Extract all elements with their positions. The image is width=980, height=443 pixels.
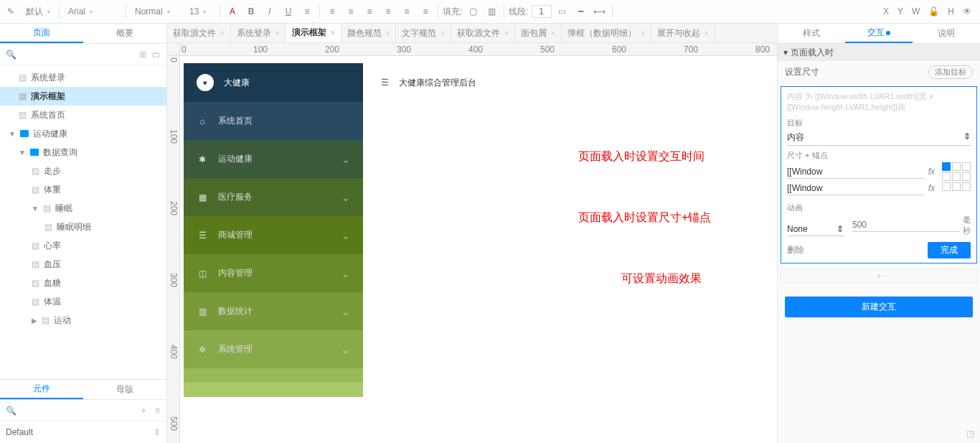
align-center-icon[interactable]: ≡ [343, 4, 359, 19]
fill-color-icon[interactable]: ▢ [465, 4, 481, 19]
document-tab[interactable]: 获取源文件× [451, 24, 515, 42]
animation-select[interactable]: None⇕ [787, 223, 844, 236]
width-input[interactable] [787, 165, 924, 179]
close-icon[interactable]: × [386, 29, 390, 37]
prototype-topbar: ☰ 大健康综合管理后台 [381, 63, 476, 102]
page-tree: ▤系统登录▤演示框架▤系统首页▼运动健康▼数据查询▤走步▤体重▼▤睡眠▤睡眠明细… [0, 65, 166, 379]
document-tab[interactable]: 展开与收起× [651, 24, 715, 42]
line-color-icon[interactable]: ▭ [555, 4, 570, 19]
document-tab[interactable]: 文字规范× [396, 24, 451, 42]
done-button[interactable]: 完成 [928, 242, 971, 258]
format-painter-icon[interactable]: ✎ [3, 4, 19, 19]
document-tab[interactable]: 颜色规范× [341, 24, 397, 42]
fx-height-icon[interactable]: fx [928, 183, 935, 193]
align-right-icon[interactable]: ≡ [362, 4, 377, 19]
line-label: 线段: [509, 6, 528, 18]
tree-item[interactable]: ▤演示框架 [0, 87, 166, 106]
height-input[interactable] [787, 182, 924, 195]
align-middle-icon[interactable]: ≡ [399, 4, 415, 19]
tree-item[interactable]: ▤系统登录 [0, 68, 166, 87]
add-page-icon[interactable]: ⊞ [139, 50, 146, 60]
tree-item[interactable]: ▤血压 [0, 255, 166, 274]
add-case-button[interactable]: + [781, 269, 977, 284]
close-icon[interactable]: × [220, 29, 225, 37]
tree-item[interactable]: ▤系统首页 [0, 106, 166, 124]
page-search-input[interactable] [22, 50, 133, 60]
close-icon[interactable]: × [705, 29, 709, 37]
tab-notes[interactable]: 说明 [913, 24, 980, 43]
new-interaction-button[interactable]: 新建交互 [785, 297, 973, 317]
close-icon[interactable]: × [440, 29, 445, 37]
align-left-icon[interactable]: ≡ [324, 4, 340, 19]
arrow-icon[interactable]: ⟷ [592, 4, 608, 19]
tree-item[interactable]: ▤体重 [0, 180, 166, 199]
tree-item[interactable]: ▤体温 [0, 292, 166, 311]
add-folder-icon[interactable]: 🗀 [152, 50, 161, 60]
library-menu-icon[interactable]: ≡ [155, 406, 160, 416]
close-icon[interactable]: × [551, 29, 555, 37]
delete-action-button[interactable]: 删除 [787, 244, 804, 256]
tree-item[interactable]: ▤走步 [0, 162, 166, 180]
document-tab[interactable]: 获取源文件× [167, 24, 231, 42]
tab-interactions[interactable]: 交互 [845, 24, 913, 43]
tree-item[interactable]: ▶▤运动 [0, 311, 166, 330]
close-icon[interactable]: × [504, 29, 509, 37]
line-style-icon[interactable]: ━ [573, 4, 589, 19]
font-size-dropdown[interactable]: 13▾ [185, 3, 215, 20]
close-icon[interactable]: × [275, 29, 280, 37]
proto-nav-item: ✱运动健康⌄ [184, 140, 363, 178]
w-label: W [912, 6, 920, 17]
font-color-icon[interactable]: A [225, 4, 240, 19]
font-family-dropdown[interactable]: Arial▾ [64, 3, 121, 20]
close-icon[interactable]: × [641, 29, 645, 37]
proto-nav-item: ▥数据统计⌄ [184, 292, 363, 330]
panel-detach-icon[interactable]: ◳ [966, 429, 974, 439]
tab-widgets[interactable]: 元件 [0, 380, 83, 399]
tree-item[interactable]: ▤睡眠明细 [0, 218, 166, 236]
tab-style[interactable]: 样式 [778, 24, 845, 43]
fill-image-icon[interactable]: ▥ [484, 4, 499, 19]
tab-pages[interactable]: 页面 [0, 24, 83, 43]
widget-search-icon: 🔍 [6, 406, 17, 416]
tree-item[interactable]: ▤血糖 [0, 274, 166, 292]
bold-icon[interactable]: B [243, 4, 259, 19]
proto-nav-item: ☰商城管理⌄ [184, 216, 363, 254]
document-tab[interactable]: 面包屑× [515, 24, 562, 42]
close-icon[interactable]: × [331, 29, 335, 37]
font-weight-dropdown[interactable]: Normal▾ [131, 3, 182, 20]
lock-icon[interactable]: 🔓 [928, 6, 939, 17]
tree-item[interactable]: ▤心率 [0, 236, 166, 255]
add-library-icon[interactable]: + [141, 406, 146, 416]
event-header[interactable]: ▾页面载入时 [778, 44, 980, 61]
tab-masters[interactable]: 母版 [83, 380, 166, 399]
y-label: Y [897, 6, 903, 17]
bullets-icon[interactable]: ≡ [299, 4, 315, 19]
align-top-icon[interactable]: ≡ [380, 4, 396, 19]
visibility-icon[interactable]: 👁 [963, 6, 971, 17]
duration-unit: 毫秒 [963, 215, 971, 236]
tree-item[interactable]: ▼运动健康 [0, 124, 166, 143]
style-dropdown[interactable]: 默认▾ [22, 3, 55, 20]
duration-input[interactable] [852, 218, 960, 232]
document-tab[interactable]: 弹框（数据明细）× [562, 24, 651, 42]
tree-item[interactable]: ▼▤睡眠 [0, 199, 166, 218]
line-width-input[interactable] [532, 5, 552, 18]
align-bottom-icon[interactable]: ≡ [418, 4, 433, 19]
action-row: 设置尺寸 添加目标 [778, 61, 980, 83]
add-target-button[interactable]: 添加目标 [928, 65, 973, 79]
target-select[interactable]: 内容⇕ [787, 130, 971, 146]
library-selector[interactable]: Default⇕ [0, 421, 166, 443]
canvas[interactable]: ♥ 大健康 ⌂系统首页✱运动健康⌄▦医疗服务⌄☰商城管理⌄◫内容管理⌄▥数据统计… [180, 56, 777, 443]
anchor-grid[interactable] [942, 162, 971, 191]
fx-width-icon[interactable]: fx [928, 167, 935, 177]
underline-icon[interactable]: U [281, 4, 296, 19]
widget-search-input[interactable] [25, 406, 133, 416]
document-tab[interactable]: 演示框架× [286, 24, 341, 42]
position-group: X Y W 🔓 H 👁 [883, 6, 980, 17]
tab-outline[interactable]: 概要 [83, 24, 166, 43]
italic-icon[interactable]: I [262, 4, 278, 19]
size-anchor-label: 尺寸 + 锚点 [787, 150, 971, 161]
tree-item[interactable]: ▼数据查询 [0, 143, 166, 162]
action-label: 设置尺寸 [785, 66, 819, 78]
document-tab[interactable]: 系统登录× [231, 24, 286, 42]
